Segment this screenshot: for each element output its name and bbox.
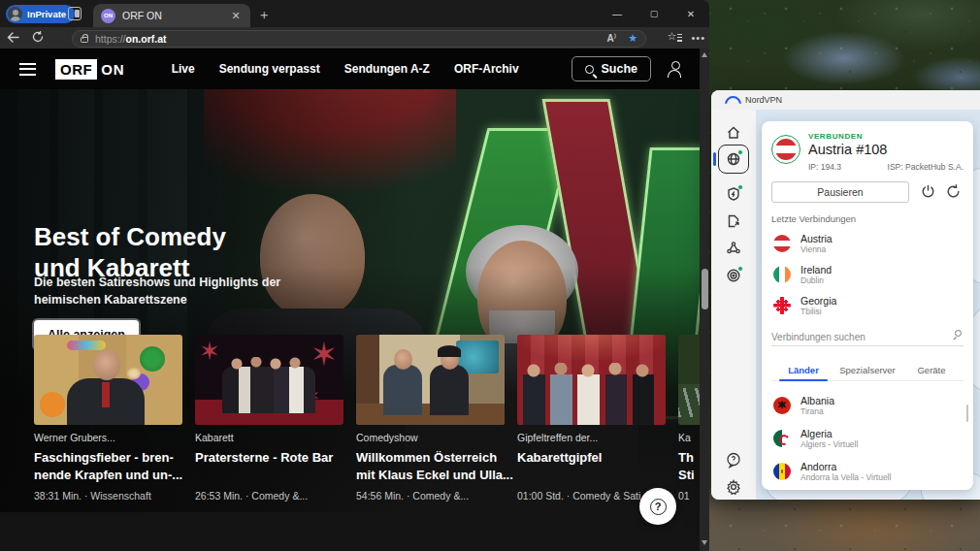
settings-more-icon[interactable]: ••• bbox=[691, 32, 705, 44]
search-icon bbox=[585, 65, 594, 74]
video-caption: Gipfeltreffen der... bbox=[517, 432, 598, 443]
video-title: Kabarettgipfel bbox=[517, 449, 602, 467]
settings-gear-icon[interactable] bbox=[725, 478, 742, 496]
lock-icon bbox=[81, 37, 88, 43]
video-meta: 26:53 Min. · Comedy &... bbox=[195, 490, 308, 502]
tab-geraete[interactable]: Geräte bbox=[899, 362, 964, 380]
video-thumbnail[interactable] bbox=[34, 335, 182, 425]
recent-connection-row[interactable]: AustriaVienna bbox=[773, 233, 833, 254]
browser-titlebar: InPrivate ON ORF ON ✕ ＋ — ▢ ✕ bbox=[0, 0, 709, 27]
nordvpn-sidebar bbox=[711, 110, 756, 500]
favorite-star-icon[interactable]: ★ bbox=[628, 32, 637, 45]
close-button[interactable]: ✕ bbox=[672, 0, 709, 27]
austria-flag-icon bbox=[773, 235, 791, 252]
video-card[interactable]: ✶✶✶ Kabarett Pratersterne - Rote Bar 26:… bbox=[195, 335, 343, 425]
pause-button[interactable]: Pausieren bbox=[771, 181, 909, 203]
server-tabs: Länder Spezialserver Geräte bbox=[771, 362, 964, 381]
account-icon[interactable] bbox=[667, 61, 682, 77]
hero-subtitle: Die besten Satireshows und Highlights de… bbox=[34, 274, 280, 308]
back-button[interactable] bbox=[0, 31, 25, 46]
read-aloud-icon[interactable]: A⟩ bbox=[607, 32, 617, 44]
scrollbar-thumb[interactable] bbox=[702, 269, 708, 309]
orf-logo-box: ORF bbox=[55, 59, 97, 80]
address-bar[interactable]: https:// on.orf.at A⟩ ★ bbox=[72, 30, 646, 48]
nav-sendungen-az[interactable]: Sendungen A-Z bbox=[344, 62, 430, 76]
connection-status-label: VERBUNDEN bbox=[808, 132, 863, 141]
search-icon bbox=[955, 330, 962, 337]
nav-sendung-verpasst[interactable]: Sendung verpasst bbox=[219, 62, 320, 76]
connection-search-input[interactable] bbox=[771, 332, 946, 342]
search-button[interactable]: Suche bbox=[572, 56, 651, 81]
favorites-bar-icon[interactable] bbox=[669, 32, 681, 44]
recent-connection-row[interactable]: GeorgiaTbilisi bbox=[773, 295, 836, 316]
dedicated-ip-target-icon[interactable] bbox=[726, 268, 741, 283]
recent-connection-row[interactable]: IrelandDublin bbox=[773, 264, 832, 285]
help-icon: ? bbox=[650, 499, 667, 515]
page-scrollbar[interactable] bbox=[700, 49, 709, 551]
inprivate-badge[interactable]: InPrivate bbox=[6, 5, 75, 23]
video-thumbnail[interactable] bbox=[517, 335, 666, 425]
search-label: Suche bbox=[601, 62, 637, 76]
nordvpn-connection-card: VERBUNDEN Austria #108 IP: 194.3 ISP: Pa… bbox=[762, 121, 973, 490]
connection-search[interactable] bbox=[771, 327, 964, 346]
orf-nav: Live Sendung verpasst Sendungen A-Z ORF-… bbox=[172, 62, 519, 76]
connection-details: IP: 194.3 ISP: PacketHub S.A. bbox=[808, 162, 964, 172]
nordvpn-logo-icon bbox=[725, 96, 737, 104]
window-controls: — ▢ ✕ bbox=[599, 0, 709, 27]
list-scrollbar-thumb[interactable] bbox=[966, 405, 969, 422]
home-icon[interactable] bbox=[726, 125, 741, 141]
status-dot bbox=[737, 149, 743, 155]
country-row[interactable]: AlgeriaAlgiers - Virtuell bbox=[773, 428, 858, 449]
meshnet-icon[interactable] bbox=[726, 241, 741, 256]
maximize-button[interactable]: ▢ bbox=[636, 0, 672, 27]
nordvpn-titlebar: NordVPN bbox=[711, 90, 980, 110]
status-dot bbox=[737, 184, 743, 190]
scroll-up-arrow[interactable] bbox=[702, 52, 707, 57]
video-meta: 01 bbox=[678, 490, 690, 502]
country-row[interactable]: AlbaniaTirana bbox=[773, 395, 834, 416]
video-title: Willkommen Österreichmit Klaus Eckel und… bbox=[356, 449, 513, 484]
orf-logo[interactable]: ORF ON bbox=[55, 59, 125, 80]
tab-spezialserver[interactable]: Spezialserver bbox=[835, 362, 899, 380]
video-meta: 38:31 Min. · Wissenschaft bbox=[34, 490, 151, 502]
country-row[interactable]: AndorraAndorra la Vella - Virtuell bbox=[773, 461, 891, 482]
inprivate-label: InPrivate bbox=[27, 9, 66, 19]
video-card[interactable]: Comedyshow Willkommen Österreichmit Klau… bbox=[356, 335, 505, 425]
orf-header: ORF ON Live Sendung verpasst Sendungen A… bbox=[0, 49, 700, 89]
ireland-flag-icon bbox=[773, 266, 791, 283]
vpn-globe-icon[interactable] bbox=[726, 151, 741, 167]
nav-live[interactable]: Live bbox=[172, 62, 195, 76]
georgia-flag-icon bbox=[773, 297, 791, 314]
reconnect-icon[interactable] bbox=[945, 183, 962, 200]
file-share-icon[interactable] bbox=[726, 213, 741, 229]
help-fab-button[interactable]: ? bbox=[639, 488, 676, 525]
video-thumbnail[interactable]: ✶✶✶ bbox=[195, 335, 343, 425]
new-tab-button[interactable]: ＋ bbox=[256, 7, 272, 24]
minimize-button[interactable]: — bbox=[599, 0, 636, 27]
video-title: Faschingsfieber - bren-nende Krapfen und… bbox=[34, 449, 182, 484]
video-caption: Kabarett bbox=[195, 432, 234, 443]
menu-icon[interactable] bbox=[19, 63, 36, 76]
disconnect-power-icon[interactable] bbox=[920, 183, 936, 200]
nordvpn-window: NordVPN 2 bbox=[711, 90, 980, 500]
tab-laender[interactable]: Länder bbox=[771, 362, 835, 380]
tab-close-icon[interactable]: ✕ bbox=[229, 10, 243, 22]
refresh-button[interactable] bbox=[25, 31, 50, 46]
video-card[interactable]: Gipfeltreffen der... Kabarettgipfel 01:0… bbox=[517, 335, 666, 425]
orf-logo-on: ON bbox=[101, 61, 125, 78]
isp-label: ISP: PacketHub S.A. bbox=[888, 162, 964, 172]
browser-tab[interactable]: ON ORF ON ✕ bbox=[93, 4, 250, 27]
threat-protection-shield-icon[interactable] bbox=[726, 186, 741, 202]
desktop: InPrivate ON ORF ON ✕ ＋ — ▢ ✕ bbox=[0, 0, 980, 551]
video-title: ThSti bbox=[678, 449, 695, 484]
video-card[interactable]: Werner Grubers... Faschingsfieber - bren… bbox=[34, 335, 182, 425]
nav-orf-archiv[interactable]: ORF-Archiv bbox=[454, 62, 519, 76]
help-bubble-icon[interactable] bbox=[725, 451, 742, 469]
orf-on-page: ORF ON Live Sendung verpasst Sendungen A… bbox=[0, 49, 709, 551]
video-caption: Ka bbox=[678, 432, 691, 443]
video-thumbnail[interactable] bbox=[356, 335, 505, 425]
browser-toolbar: https:// on.orf.at A⟩ ★ ••• bbox=[0, 27, 709, 49]
tab-switcher-icon[interactable] bbox=[68, 7, 82, 20]
scroll-down-arrow[interactable] bbox=[702, 540, 707, 545]
url-host: on.orf.at bbox=[126, 33, 167, 45]
